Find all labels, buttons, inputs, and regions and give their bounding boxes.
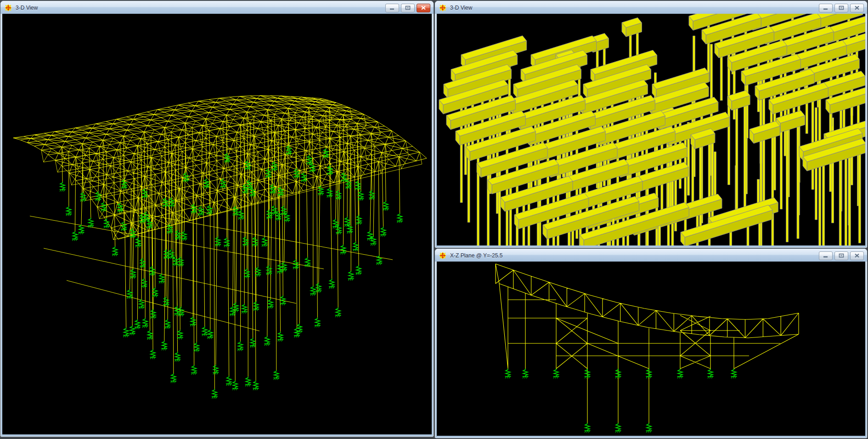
maximize-icon <box>839 253 844 258</box>
minimize-icon <box>823 253 829 258</box>
window-3d-view-wireframe: 3-D View <box>0 1 434 437</box>
app-icon[interactable] <box>439 252 446 259</box>
viewport-3d-wireframe[interactable] <box>2 14 432 434</box>
app-icon[interactable] <box>439 4 446 11</box>
extruded-3d-model[interactable] <box>437 14 865 245</box>
window-title: 3-D View <box>450 5 819 11</box>
maximize-icon <box>405 6 411 10</box>
window-xz-plane: X-Z Plane @ Y=-25.5 <box>435 249 867 438</box>
close-button[interactable] <box>850 4 864 12</box>
maximize-button[interactable] <box>401 4 415 12</box>
titlebar[interactable]: X-Z Plane @ Y=-25.5 <box>435 249 867 262</box>
minimize-button[interactable] <box>819 251 833 260</box>
maximize-button[interactable] <box>834 4 848 12</box>
maximize-button[interactable] <box>834 251 848 260</box>
close-button[interactable] <box>850 251 864 260</box>
close-icon <box>421 6 426 10</box>
app-icon[interactable] <box>5 4 12 11</box>
minimize-button[interactable] <box>819 4 833 12</box>
window-3d-view-extruded: 3-D View <box>435 1 867 248</box>
elevation-model[interactable] <box>437 262 865 436</box>
viewport-xz-elevation[interactable] <box>437 262 865 436</box>
window-title: X-Z Plane @ Y=-25.5 <box>450 252 819 259</box>
window-title: 3-D View <box>16 5 385 11</box>
minimize-icon <box>823 6 829 10</box>
close-icon <box>854 6 860 10</box>
close-icon <box>854 253 860 258</box>
wireframe-3d-model[interactable] <box>2 14 432 434</box>
minimize-button[interactable] <box>385 4 399 12</box>
minimize-icon <box>389 6 395 10</box>
close-button[interactable] <box>417 4 430 12</box>
titlebar[interactable]: 3-D View <box>435 1 867 14</box>
maximize-icon <box>839 6 844 10</box>
titlebar[interactable]: 3-D View <box>0 1 434 14</box>
viewport-3d-extruded[interactable] <box>437 14 865 245</box>
